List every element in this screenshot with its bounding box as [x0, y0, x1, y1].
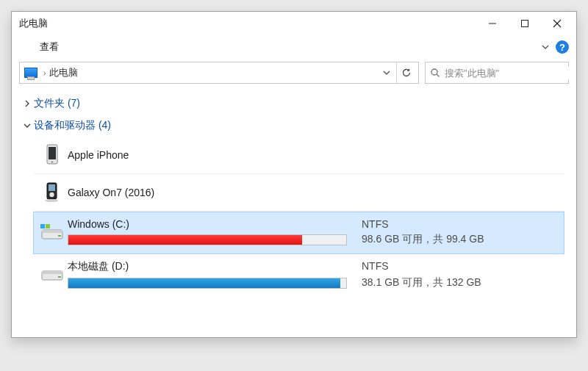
search-icon — [430, 68, 440, 78]
svg-rect-16 — [40, 224, 45, 228]
drive-filesystem: NTFS — [362, 218, 389, 230]
menu-view[interactable]: 查看 — [40, 40, 59, 54]
svg-line-5 — [437, 74, 440, 77]
address-search-row: › 此电脑 — [12, 59, 576, 88]
chevron-right-icon — [24, 100, 34, 107]
os-drive-icon — [40, 223, 64, 242]
svg-point-8 — [51, 161, 54, 163]
svg-rect-7 — [49, 147, 56, 159]
svg-rect-1 — [522, 21, 528, 27]
search-input[interactable] — [443, 67, 570, 79]
svg-rect-10 — [49, 184, 55, 191]
group-devices[interactable]: 设备和驱动器 (4) — [24, 115, 564, 137]
titlebar: 此电脑 — [12, 12, 576, 35]
ribbon-expand-button[interactable] — [541, 43, 550, 51]
svg-rect-21 — [58, 276, 61, 278]
drive-name: 本地磁盘 (D:) — [68, 260, 362, 273]
drive-filesystem: NTFS — [362, 260, 389, 273]
address-history-button[interactable] — [377, 62, 396, 83]
drive-item[interactable]: Windows (C:) NTFS 98.6 GB 可用，共 99.4 GB — [33, 212, 564, 254]
media-player-icon — [43, 181, 62, 203]
device-item[interactable]: Apple iPhone — [34, 137, 564, 174]
group-folders[interactable]: 文件夹 (7) — [24, 93, 564, 115]
svg-point-4 — [431, 69, 437, 75]
explorer-window: 此电脑 查看 ? › 此电脑 — [11, 11, 577, 338]
window-title: 此电脑 — [19, 17, 48, 30]
help-button[interactable]: ? — [556, 40, 569, 54]
svg-rect-17 — [46, 224, 50, 228]
svg-rect-20 — [42, 271, 62, 274]
refresh-button[interactable] — [396, 62, 415, 83]
device-item[interactable]: Galaxy On7 (2016) — [34, 174, 564, 212]
breadcrumb-location[interactable]: 此电脑 — [49, 66, 78, 79]
drive-item[interactable]: 本地磁盘 (D:) NTFS 38.1 GB 可用，共 132 GB — [34, 254, 564, 297]
drive-usage-fill — [68, 278, 340, 288]
phone-icon — [44, 144, 60, 166]
this-pc-icon — [24, 68, 37, 78]
svg-point-11 — [49, 192, 54, 197]
drive-stats: 38.1 GB 可用，共 132 GB — [362, 276, 481, 289]
menubar: 查看 ? — [12, 35, 576, 59]
content-area: 文件夹 (7) 设备和驱动器 (4) Apple iPhone — [12, 88, 576, 337]
drive-usage-bar — [68, 234, 347, 245]
svg-point-12 — [45, 199, 58, 202]
minimize-button[interactable] — [476, 12, 509, 35]
maximize-button[interactable] — [509, 12, 541, 35]
device-name: Galaxy On7 (2016) — [68, 187, 562, 198]
chevron-down-icon — [24, 122, 34, 129]
drive-name: Windows (C:) — [68, 218, 362, 230]
drive-usage-bar — [68, 278, 347, 289]
drive-stats: 98.6 GB 可用，共 99.4 GB — [362, 233, 484, 246]
breadcrumb-separator: › — [40, 68, 49, 77]
address-bar[interactable]: › 此电脑 — [19, 62, 419, 84]
search-box[interactable] — [425, 62, 569, 84]
drive-usage-fill — [68, 235, 302, 245]
device-name: Apple iPhone — [68, 149, 562, 161]
group-devices-label: 设备和驱动器 (4) — [34, 119, 111, 132]
drive-icon — [40, 265, 64, 284]
group-folders-label: 文件夹 (7) — [34, 97, 80, 110]
close-button[interactable] — [541, 12, 573, 35]
svg-rect-15 — [58, 235, 61, 237]
svg-rect-14 — [42, 230, 62, 233]
